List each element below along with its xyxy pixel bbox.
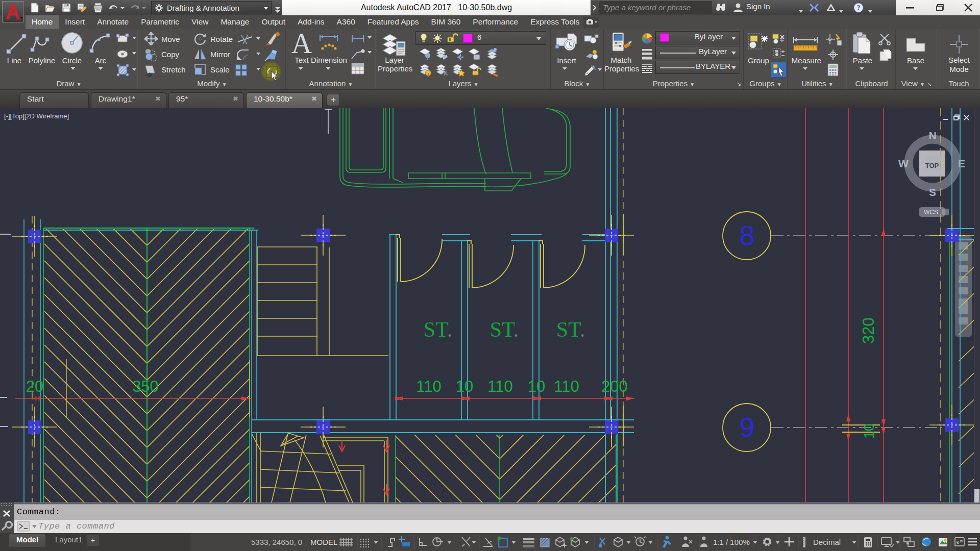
svg-text:[-][Top][2D Wireframe]: [-][Top][2D Wireframe] <box>4 112 69 120</box>
svg-text:200: 200 <box>601 378 628 395</box>
svg-text:10: 10 <box>862 423 877 439</box>
svg-text:10: 10 <box>528 378 545 395</box>
svg-text:WCS: WCS <box>924 209 938 216</box>
svg-text:1:1 / 100%: 1:1 / 100% <box>713 538 750 546</box>
svg-text:S: S <box>929 186 936 198</box>
svg-text:110: 110 <box>554 378 579 395</box>
svg-text:20: 20 <box>26 378 43 395</box>
svg-text:N: N <box>928 130 936 141</box>
svg-text:320: 320 <box>860 317 877 344</box>
svg-text:350: 350 <box>132 378 159 395</box>
svg-text:Decimal: Decimal <box>813 538 841 546</box>
svg-text:E: E <box>958 158 965 169</box>
svg-text:W: W <box>898 158 909 169</box>
svg-text:ST.: ST. <box>424 318 452 341</box>
svg-text:10: 10 <box>456 378 473 395</box>
svg-text:ST.: ST. <box>490 318 519 341</box>
svg-text:?: ? <box>857 4 861 12</box>
svg-text:110: 110 <box>416 378 441 395</box>
svg-text:TOP: TOP <box>925 162 939 169</box>
svg-text:110: 110 <box>487 378 512 395</box>
svg-text:ST.: ST. <box>556 318 585 341</box>
svg-text:8: 8 <box>739 220 754 251</box>
svg-text:9: 9 <box>739 412 754 442</box>
